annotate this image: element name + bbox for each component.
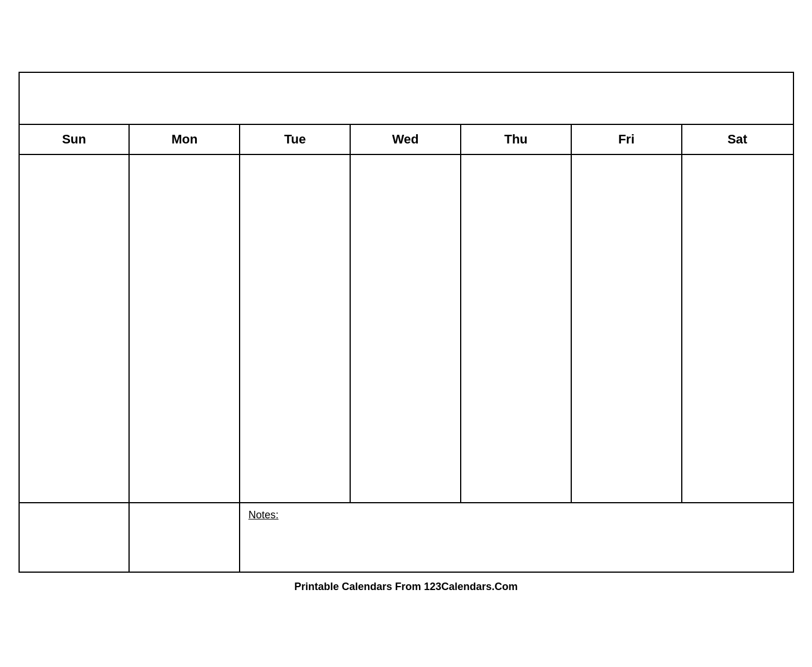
calendar-row (20, 363, 793, 433)
calendar-cell (130, 224, 240, 294)
footer: Printable Calendars From 123Calendars.Co… (294, 573, 517, 595)
calendar-cell (20, 294, 130, 363)
calendar-cell (20, 363, 130, 433)
calendar-cell (572, 433, 682, 502)
calendar-cell (461, 433, 572, 502)
calendar-cell (20, 224, 130, 294)
calendar-cell (130, 363, 240, 433)
calendar-header: Sun Mon Tue Wed Thu Fri Sat (20, 125, 793, 155)
calendar-cell (351, 294, 461, 363)
calendar-cell (461, 363, 572, 433)
calendar-cell (682, 294, 793, 363)
calendar-cell (351, 433, 461, 502)
header-fri: Fri (572, 125, 682, 154)
calendar-title (20, 73, 793, 125)
calendar-row (20, 155, 793, 224)
calendar-cell (20, 155, 130, 224)
notes-content: Notes: (240, 503, 792, 572)
header-thu: Thu (461, 125, 572, 154)
calendar-cell (130, 433, 240, 502)
calendar-cell (682, 363, 793, 433)
notes-empty-cell-2 (130, 503, 240, 572)
header-mon: Mon (130, 125, 240, 154)
calendar-cell (461, 224, 572, 294)
calendar-row (20, 224, 793, 294)
calendar-cell (351, 155, 461, 224)
calendar-cell (572, 224, 682, 294)
calendar: Sun Mon Tue Wed Thu Fri Sat (19, 72, 794, 573)
notes-empty-cell-1 (20, 503, 130, 572)
calendar-cell (572, 155, 682, 224)
calendar-row (20, 433, 793, 502)
notes-label: Notes: (248, 509, 278, 521)
header-wed: Wed (351, 125, 461, 154)
calendar-body: Notes: (20, 155, 793, 572)
calendar-cell (240, 155, 351, 224)
calendar-cell (572, 363, 682, 433)
footer-text-bold: 123Calendars.Com (424, 581, 517, 592)
calendar-cell (682, 155, 793, 224)
header-sat: Sat (682, 125, 793, 154)
calendar-cell (461, 155, 572, 224)
calendar-cell (130, 155, 240, 224)
calendar-cell (130, 294, 240, 363)
notes-row: Notes: (20, 502, 793, 572)
calendar-cell (682, 433, 793, 502)
header-tue: Tue (240, 125, 351, 154)
calendar-cell (461, 294, 572, 363)
calendar-row (20, 294, 793, 363)
calendar-cell (572, 294, 682, 363)
calendar-cell (240, 433, 351, 502)
calendar-cell (240, 363, 351, 433)
calendar-cell (240, 294, 351, 363)
header-sun: Sun (20, 125, 130, 154)
calendar-cell (240, 224, 351, 294)
calendar-cell (20, 433, 130, 502)
footer-text-normal: Printable Calendars From (294, 581, 424, 592)
calendar-cell (351, 224, 461, 294)
calendar-cell (682, 224, 793, 294)
calendar-cell (351, 363, 461, 433)
